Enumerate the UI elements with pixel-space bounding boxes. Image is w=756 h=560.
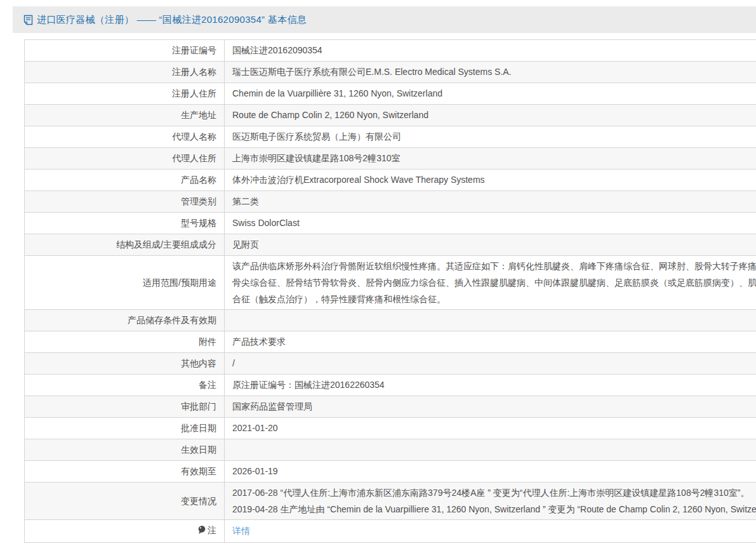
page-header: 进口医疗器械（注册） —— “国械注进20162090354” 基本信息 (13, 6, 756, 33)
table-row: 型号规格Swiss DolorClast (25, 213, 756, 234)
table-row: 注册人名称瑞士医迈斯电子医疗系统有限公司E.M.S. Electro Medic… (25, 62, 756, 83)
table-row: 生产地址Route de Champ Colin 2, 1260 Nyon, S… (25, 105, 756, 126)
detail-link[interactable]: 详情 (232, 526, 250, 536)
row-label: 适用范围/预期用途 (25, 256, 225, 310)
row-value: 2017-06-28 “代理人住所:上海市浦东新区浦东南路379号24楼A座 ”… (225, 483, 756, 520)
row-label: 批准日期 (25, 418, 225, 439)
row-value: 产品技术要求 (225, 331, 756, 353)
table-row: 其他内容/ (25, 353, 756, 375)
table-row: 代理人名称医迈斯电子医疗系统贸易（上海）有限公司 (25, 126, 756, 148)
row-value: 上海市崇明区建设镇建星路108号2幢310室 (225, 148, 756, 170)
row-value: 2021-01-20 (225, 418, 756, 439)
row-value: 见附页 (225, 234, 756, 256)
row-label: 注册人住所 (25, 83, 225, 105)
row-label: 生产地址 (25, 105, 225, 126)
row-value: 第二类 (225, 191, 756, 213)
row-value (225, 439, 756, 461)
row-value: Route de Champ Colin 2, 1260 Nyon, Switz… (225, 105, 756, 126)
row-label: 审批部门 (25, 396, 225, 418)
row-value: 该产品供临床矫形外科治疗骨骼附近软组织慢性疼痛。其适应症如下：肩钙化性肌腱炎、肩… (225, 256, 756, 310)
table-row: 注册人住所Chemin de la Vuarpillière 31, 1260 … (25, 83, 756, 105)
value-line: 2017-06-28 “代理人住所:上海市浦东新区浦东南路379号24楼A座 ”… (232, 484, 756, 501)
row-label: 代理人住所 (25, 148, 225, 170)
table-row: 有效期至2026-01-19 (25, 461, 756, 483)
document-icon (23, 15, 34, 25)
value-line: 2019-04-28 生产地址由 “Chemin de la Vuarpilli… (232, 501, 756, 517)
row-label: 管理类别 (25, 191, 225, 213)
row-value: Swiss DolorClast (225, 213, 756, 234)
row-value: 国械注进20162090354 (225, 40, 756, 62)
row-label: 注册证编号 (25, 40, 225, 62)
row-value: 瑞士医迈斯电子医疗系统有限公司E.M.S. Electro Medical Sy… (225, 62, 756, 83)
row-label: 注 (25, 520, 225, 543)
row-value: / (225, 353, 756, 375)
table-row: 备注原注册证编号：国械注进20162260354 (25, 375, 756, 396)
row-label: 产品名称 (25, 170, 225, 191)
page-title: 进口医疗器械（注册） —— “国械注进20162090354” 基本信息 (37, 14, 307, 26)
table-row: 审批部门国家药品监督管理局 (25, 396, 756, 418)
row-label: 变更情况 (25, 483, 225, 520)
table-row: 结构及组成/主要组成成分见附页 (25, 234, 756, 256)
row-value: 原注册证编号：国械注进20162260354 (225, 375, 756, 396)
row-label: 备注 (25, 375, 225, 396)
row-label: 生效日期 (25, 439, 225, 461)
row-label: 其他内容 (25, 353, 225, 375)
row-label: 注册人名称 (25, 62, 225, 83)
row-value: 医迈斯电子医疗系统贸易（上海）有限公司 (225, 126, 756, 148)
row-label: 结构及组成/主要组成成分 (25, 234, 225, 256)
row-value: 国家药品监督管理局 (225, 396, 756, 418)
table-row: 管理类别第二类 (25, 191, 756, 213)
table-row: 注详情 (25, 520, 756, 543)
row-label: 有效期至 (25, 461, 225, 483)
row-value (225, 310, 756, 331)
table-row: 变更情况2017-06-28 “代理人住所:上海市浦东新区浦东南路379号24楼… (25, 483, 756, 520)
row-label: 型号规格 (25, 213, 225, 234)
table-row: 附件产品技术要求 (25, 331, 756, 353)
table-row: 产品名称体外冲击波治疗机Extracorporeal Shock Wave Th… (25, 170, 756, 191)
table-row: 产品储存条件及有效期 (25, 310, 756, 331)
table-row: 代理人住所上海市崇明区建设镇建星路108号2幢310室 (25, 148, 756, 170)
page: 进口医疗器械（注册） —— “国械注进20162090354” 基本信息 注册证… (0, 0, 756, 543)
speech-bubble-icon (197, 525, 206, 537)
row-value: 体外冲击波治疗机Extracorporeal Shock Wave Therap… (225, 170, 756, 191)
registration-info-table: 注册证编号国械注进20162090354注册人名称瑞士医迈斯电子医疗系统有限公司… (24, 39, 756, 543)
row-label: 产品储存条件及有效期 (25, 310, 225, 331)
table-row: 生效日期 (25, 439, 756, 461)
row-value: Chemin de la Vuarpillière 31, 1260 Nyon,… (225, 83, 756, 105)
table-row: 注册证编号国械注进20162090354 (25, 40, 756, 62)
row-value: 2026-01-19 (225, 461, 756, 483)
row-label: 代理人名称 (25, 126, 225, 148)
table-row: 批准日期2021-01-20 (25, 418, 756, 439)
row-value: 详情 (225, 520, 756, 543)
row-label: 附件 (25, 331, 225, 353)
table-row: 适用范围/预期用途该产品供临床矫形外科治疗骨骼附近软组织慢性疼痛。其适应症如下：… (25, 256, 756, 310)
